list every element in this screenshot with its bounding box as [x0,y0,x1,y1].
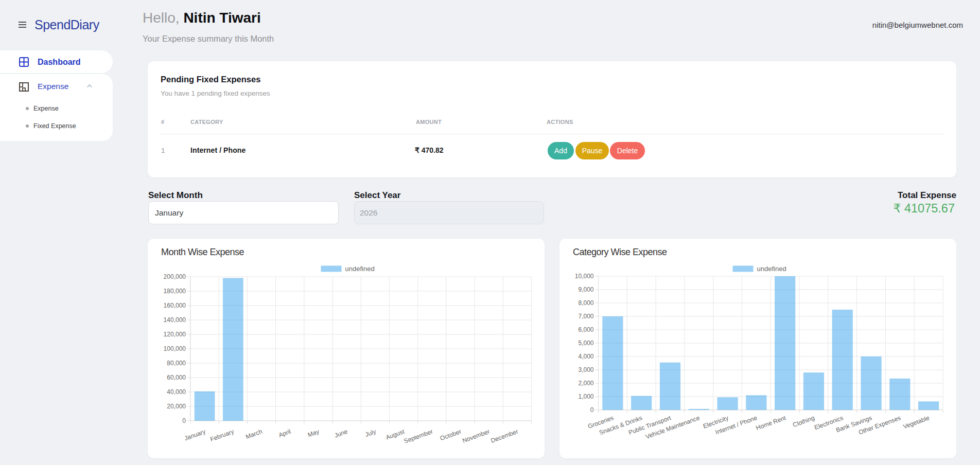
svg-text:January: January [183,428,206,442]
svg-text:undefined: undefined [345,265,375,273]
svg-text:100,000: 100,000 [164,345,186,352]
svg-text:4,000: 4,000 [578,353,593,360]
svg-text:0: 0 [590,406,594,414]
svg-text:0: 0 [182,417,186,424]
svg-text:7,000: 7,000 [578,313,593,320]
svg-text:November: November [461,428,491,444]
svg-text:August: August [385,427,406,441]
svg-text:July: July [364,428,377,438]
svg-text:2,000: 2,000 [578,380,593,387]
svg-text:Clothing: Clothing [792,414,815,428]
svg-text:December: December [490,428,519,444]
svg-text:April: April [277,428,291,439]
svg-text:20,000: 20,000 [167,403,186,410]
svg-text:March: March [244,428,263,441]
svg-text:3,000: 3,000 [578,366,593,373]
svg-text:60,000: 60,000 [167,374,186,381]
svg-text:May: May [307,428,320,439]
svg-text:October: October [439,428,462,442]
svg-text:80,000: 80,000 [167,360,186,367]
svg-text:8,000: 8,000 [578,299,593,307]
svg-text:9,000: 9,000 [578,286,593,293]
svg-text:10,000: 10,000 [575,273,594,280]
svg-text:undefined: undefined [757,265,786,273]
svg-text:September: September [403,428,434,445]
svg-text:200,000: 200,000 [164,273,186,280]
svg-text:120,000: 120,000 [164,331,186,338]
svg-text:180,000: 180,000 [164,288,186,295]
svg-text:June: June [334,428,349,439]
svg-text:February: February [209,428,235,443]
svg-text:140,000: 140,000 [164,316,186,324]
svg-text:160,000: 160,000 [164,302,186,309]
svg-text:Home Rent: Home Rent [755,414,787,432]
svg-text:40,000: 40,000 [167,388,186,396]
svg-text:Vegetable: Vegetable [902,414,931,431]
svg-text:5,000: 5,000 [578,339,593,347]
svg-text:6,000: 6,000 [578,326,593,333]
svg-text:1,000: 1,000 [578,393,593,400]
